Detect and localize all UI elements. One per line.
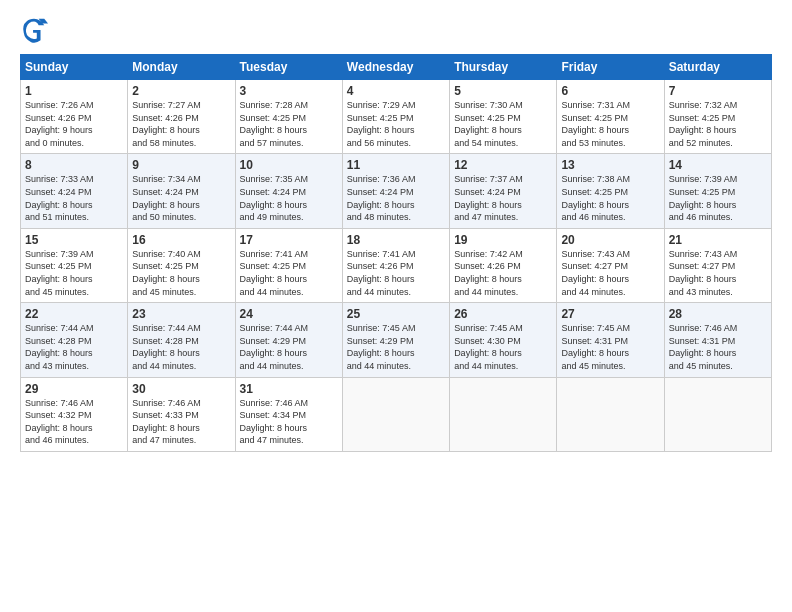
day-number: 24 — [240, 307, 338, 321]
day-number: 21 — [669, 233, 767, 247]
page: SundayMondayTuesdayWednesdayThursdayFrid… — [0, 0, 792, 612]
calendar-cell: 13Sunrise: 7:38 AMSunset: 4:25 PMDayligh… — [557, 154, 664, 228]
calendar-cell: 10Sunrise: 7:35 AMSunset: 4:24 PMDayligh… — [235, 154, 342, 228]
day-number: 28 — [669, 307, 767, 321]
day-info: Sunrise: 7:45 AMSunset: 4:29 PMDaylight:… — [347, 322, 445, 372]
day-number: 13 — [561, 158, 659, 172]
calendar-cell: 3Sunrise: 7:28 AMSunset: 4:25 PMDaylight… — [235, 80, 342, 154]
day-info: Sunrise: 7:46 AMSunset: 4:33 PMDaylight:… — [132, 397, 230, 447]
calendar-cell: 7Sunrise: 7:32 AMSunset: 4:25 PMDaylight… — [664, 80, 771, 154]
day-info: Sunrise: 7:44 AMSunset: 4:29 PMDaylight:… — [240, 322, 338, 372]
calendar-cell: 16Sunrise: 7:40 AMSunset: 4:25 PMDayligh… — [128, 228, 235, 302]
day-info: Sunrise: 7:39 AMSunset: 4:25 PMDaylight:… — [25, 248, 123, 298]
day-number: 1 — [25, 84, 123, 98]
day-info: Sunrise: 7:38 AMSunset: 4:25 PMDaylight:… — [561, 173, 659, 223]
calendar-table: SundayMondayTuesdayWednesdayThursdayFrid… — [20, 54, 772, 452]
calendar-cell: 6Sunrise: 7:31 AMSunset: 4:25 PMDaylight… — [557, 80, 664, 154]
day-info: Sunrise: 7:35 AMSunset: 4:24 PMDaylight:… — [240, 173, 338, 223]
calendar-cell: 17Sunrise: 7:41 AMSunset: 4:25 PMDayligh… — [235, 228, 342, 302]
calendar-cell: 4Sunrise: 7:29 AMSunset: 4:25 PMDaylight… — [342, 80, 449, 154]
week-row-1: 1Sunrise: 7:26 AMSunset: 4:26 PMDaylight… — [21, 80, 772, 154]
day-info: Sunrise: 7:46 AMSunset: 4:31 PMDaylight:… — [669, 322, 767, 372]
day-number: 27 — [561, 307, 659, 321]
header — [20, 16, 772, 44]
col-header-friday: Friday — [557, 55, 664, 80]
header-row: SundayMondayTuesdayWednesdayThursdayFrid… — [21, 55, 772, 80]
calendar-cell: 1Sunrise: 7:26 AMSunset: 4:26 PMDaylight… — [21, 80, 128, 154]
calendar-cell: 12Sunrise: 7:37 AMSunset: 4:24 PMDayligh… — [450, 154, 557, 228]
week-row-4: 22Sunrise: 7:44 AMSunset: 4:28 PMDayligh… — [21, 303, 772, 377]
day-info: Sunrise: 7:44 AMSunset: 4:28 PMDaylight:… — [132, 322, 230, 372]
calendar-cell: 28Sunrise: 7:46 AMSunset: 4:31 PMDayligh… — [664, 303, 771, 377]
day-info: Sunrise: 7:28 AMSunset: 4:25 PMDaylight:… — [240, 99, 338, 149]
day-number: 6 — [561, 84, 659, 98]
day-number: 2 — [132, 84, 230, 98]
col-header-tuesday: Tuesday — [235, 55, 342, 80]
day-info: Sunrise: 7:30 AMSunset: 4:25 PMDaylight:… — [454, 99, 552, 149]
week-row-5: 29Sunrise: 7:46 AMSunset: 4:32 PMDayligh… — [21, 377, 772, 451]
day-info: Sunrise: 7:36 AMSunset: 4:24 PMDaylight:… — [347, 173, 445, 223]
calendar-cell: 24Sunrise: 7:44 AMSunset: 4:29 PMDayligh… — [235, 303, 342, 377]
calendar-cell: 23Sunrise: 7:44 AMSunset: 4:28 PMDayligh… — [128, 303, 235, 377]
day-number: 19 — [454, 233, 552, 247]
day-info: Sunrise: 7:45 AMSunset: 4:31 PMDaylight:… — [561, 322, 659, 372]
day-number: 9 — [132, 158, 230, 172]
calendar-cell — [450, 377, 557, 451]
day-number: 29 — [25, 382, 123, 396]
calendar-cell: 18Sunrise: 7:41 AMSunset: 4:26 PMDayligh… — [342, 228, 449, 302]
day-info: Sunrise: 7:27 AMSunset: 4:26 PMDaylight:… — [132, 99, 230, 149]
day-number: 12 — [454, 158, 552, 172]
logo — [20, 16, 52, 44]
day-info: Sunrise: 7:41 AMSunset: 4:26 PMDaylight:… — [347, 248, 445, 298]
day-info: Sunrise: 7:45 AMSunset: 4:30 PMDaylight:… — [454, 322, 552, 372]
week-row-3: 15Sunrise: 7:39 AMSunset: 4:25 PMDayligh… — [21, 228, 772, 302]
day-info: Sunrise: 7:44 AMSunset: 4:28 PMDaylight:… — [25, 322, 123, 372]
day-number: 20 — [561, 233, 659, 247]
day-info: Sunrise: 7:34 AMSunset: 4:24 PMDaylight:… — [132, 173, 230, 223]
day-info: Sunrise: 7:46 AMSunset: 4:34 PMDaylight:… — [240, 397, 338, 447]
day-number: 11 — [347, 158, 445, 172]
calendar-cell: 15Sunrise: 7:39 AMSunset: 4:25 PMDayligh… — [21, 228, 128, 302]
calendar-cell: 21Sunrise: 7:43 AMSunset: 4:27 PMDayligh… — [664, 228, 771, 302]
day-number: 14 — [669, 158, 767, 172]
calendar-cell: 14Sunrise: 7:39 AMSunset: 4:25 PMDayligh… — [664, 154, 771, 228]
calendar-cell: 29Sunrise: 7:46 AMSunset: 4:32 PMDayligh… — [21, 377, 128, 451]
calendar-cell — [664, 377, 771, 451]
day-number: 5 — [454, 84, 552, 98]
calendar-cell: 27Sunrise: 7:45 AMSunset: 4:31 PMDayligh… — [557, 303, 664, 377]
calendar-cell: 11Sunrise: 7:36 AMSunset: 4:24 PMDayligh… — [342, 154, 449, 228]
day-number: 26 — [454, 307, 552, 321]
day-number: 16 — [132, 233, 230, 247]
day-number: 3 — [240, 84, 338, 98]
day-number: 22 — [25, 307, 123, 321]
calendar-cell: 5Sunrise: 7:30 AMSunset: 4:25 PMDaylight… — [450, 80, 557, 154]
col-header-thursday: Thursday — [450, 55, 557, 80]
day-number: 31 — [240, 382, 338, 396]
day-info: Sunrise: 7:33 AMSunset: 4:24 PMDaylight:… — [25, 173, 123, 223]
calendar-cell: 2Sunrise: 7:27 AMSunset: 4:26 PMDaylight… — [128, 80, 235, 154]
calendar-cell: 31Sunrise: 7:46 AMSunset: 4:34 PMDayligh… — [235, 377, 342, 451]
day-number: 17 — [240, 233, 338, 247]
day-info: Sunrise: 7:26 AMSunset: 4:26 PMDaylight:… — [25, 99, 123, 149]
col-header-monday: Monday — [128, 55, 235, 80]
logo-icon — [20, 16, 48, 44]
calendar-cell: 9Sunrise: 7:34 AMSunset: 4:24 PMDaylight… — [128, 154, 235, 228]
day-number: 18 — [347, 233, 445, 247]
day-info: Sunrise: 7:46 AMSunset: 4:32 PMDaylight:… — [25, 397, 123, 447]
calendar-cell: 30Sunrise: 7:46 AMSunset: 4:33 PMDayligh… — [128, 377, 235, 451]
day-number: 10 — [240, 158, 338, 172]
calendar-cell: 8Sunrise: 7:33 AMSunset: 4:24 PMDaylight… — [21, 154, 128, 228]
calendar-cell — [342, 377, 449, 451]
calendar-cell: 26Sunrise: 7:45 AMSunset: 4:30 PMDayligh… — [450, 303, 557, 377]
calendar-cell: 20Sunrise: 7:43 AMSunset: 4:27 PMDayligh… — [557, 228, 664, 302]
day-info: Sunrise: 7:32 AMSunset: 4:25 PMDaylight:… — [669, 99, 767, 149]
day-info: Sunrise: 7:39 AMSunset: 4:25 PMDaylight:… — [669, 173, 767, 223]
day-info: Sunrise: 7:40 AMSunset: 4:25 PMDaylight:… — [132, 248, 230, 298]
day-number: 4 — [347, 84, 445, 98]
col-header-wednesday: Wednesday — [342, 55, 449, 80]
day-info: Sunrise: 7:43 AMSunset: 4:27 PMDaylight:… — [669, 248, 767, 298]
day-number: 15 — [25, 233, 123, 247]
day-info: Sunrise: 7:29 AMSunset: 4:25 PMDaylight:… — [347, 99, 445, 149]
calendar-cell: 19Sunrise: 7:42 AMSunset: 4:26 PMDayligh… — [450, 228, 557, 302]
calendar-cell: 22Sunrise: 7:44 AMSunset: 4:28 PMDayligh… — [21, 303, 128, 377]
